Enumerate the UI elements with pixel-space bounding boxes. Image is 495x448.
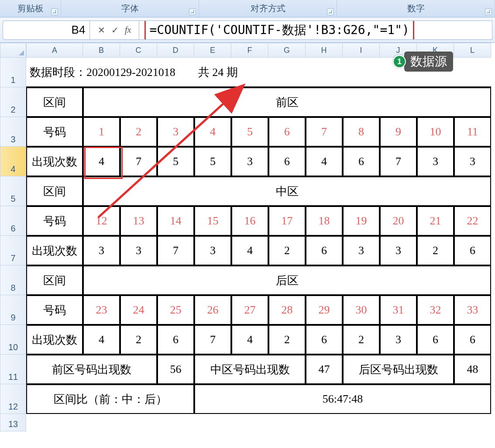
ribbon: 剪贴板 字体 对齐方式 数字 <box>0 0 495 17</box>
row-header[interactable]: 8 <box>0 265 26 295</box>
count-cell: 3 <box>454 147 491 176</box>
ribbon-group-font: 字体 <box>61 0 199 17</box>
num-cell: 30 <box>343 295 380 325</box>
num-cell: 19 <box>343 206 380 236</box>
num-cell: 31 <box>380 295 417 325</box>
worksheet[interactable]: ABCDEFGHIJKL 12345678910111213 数据时段：2020… <box>0 43 495 448</box>
section-name: 前区 <box>83 87 491 117</box>
formula-text: =COUNTIF('COUNTIF-数据'!B3:G26,"=1") <box>144 21 414 40</box>
dialog-launcher-icon[interactable] <box>327 8 334 15</box>
col-header[interactable]: G <box>268 43 306 58</box>
count-label: 出现次数 <box>26 147 83 176</box>
front-total-label: 前区号码出现数 <box>26 355 157 384</box>
count-cell: 3 <box>380 325 417 355</box>
ribbon-group-alignment: 对齐方式 <box>199 0 337 17</box>
count-cell: 3 <box>231 147 268 176</box>
count-cell: 2 <box>268 325 306 355</box>
dialog-launcher-icon[interactable] <box>51 8 58 15</box>
section-name: 中区 <box>83 176 491 206</box>
count-cell: 4 <box>231 236 268 265</box>
col-header[interactable]: A <box>26 43 83 58</box>
ribbon-group-clipboard: 剪贴板 <box>0 0 61 17</box>
col-header[interactable]: B <box>83 43 120 58</box>
fx-icon[interactable]: fx <box>125 25 131 35</box>
num-cell: 20 <box>380 206 417 236</box>
num-cell: 25 <box>157 295 194 325</box>
count-cell: 6 <box>157 325 194 355</box>
count-cell: 3 <box>120 236 157 265</box>
count-cell: 4 <box>231 325 268 355</box>
cells-grid[interactable]: 数据时段：20200129-2021018 共 24 期 区间前区 号码 123… <box>26 58 491 431</box>
count-cell: 7 <box>120 147 157 176</box>
num-cell: 13 <box>120 206 157 236</box>
row-header[interactable]: 10 <box>0 325 26 355</box>
col-header[interactable]: C <box>120 43 157 58</box>
formula-input-area[interactable]: =COUNTIF('COUNTIF-数据'!B3:G26,"=1") <box>139 21 492 40</box>
count-label: 出现次数 <box>26 236 83 265</box>
num-cell: 14 <box>157 206 194 236</box>
range-label: 区间 <box>26 87 83 117</box>
row-header[interactable]: 11 <box>0 355 26 384</box>
row-header[interactable]: 3 <box>0 117 26 147</box>
ratio-label: 区间比（前：中：后） <box>26 384 194 414</box>
num-cell: 10 <box>417 117 454 147</box>
count-cell: 4 <box>306 147 343 176</box>
accept-icon[interactable]: ✓ <box>111 25 119 35</box>
select-all-button[interactable] <box>0 43 26 58</box>
row-header[interactable]: 9 <box>0 295 26 325</box>
col-header[interactable]: I <box>343 43 380 58</box>
col-header[interactable]: F <box>231 43 268 58</box>
count-cell: 7 <box>380 147 417 176</box>
row-header[interactable]: 6 <box>0 206 26 236</box>
num-cell: 17 <box>268 206 306 236</box>
count-cell: 2 <box>417 236 454 265</box>
name-box-wrap <box>3 21 90 40</box>
count-cell: 2 <box>343 325 380 355</box>
count-cell: 3 <box>417 147 454 176</box>
formula-bar-icons: ✕ ✓ fx <box>90 21 139 40</box>
dialog-launcher-icon[interactable] <box>189 8 196 15</box>
range-label: 区间 <box>26 176 83 206</box>
front-total-value: 56 <box>157 355 194 384</box>
mid-total-label: 中区号码出现数 <box>194 355 306 384</box>
range-label: 区间 <box>26 265 83 295</box>
num-cell: 3 <box>157 117 194 147</box>
row-header[interactable]: 1 <box>0 58 26 87</box>
row-header[interactable]: 12 <box>0 384 26 414</box>
cancel-icon[interactable]: ✕ <box>98 25 105 35</box>
num-cell: 5 <box>231 117 268 147</box>
row-header[interactable]: 2 <box>0 87 26 117</box>
row-header[interactable]: 5 <box>0 176 26 206</box>
row-header[interactable]: 7 <box>0 236 26 265</box>
num-cell: 32 <box>417 295 454 325</box>
col-header[interactable]: D <box>157 43 194 58</box>
mid-total-value: 47 <box>306 355 343 384</box>
count-cell: 5 <box>194 147 231 176</box>
dialog-launcher-icon[interactable] <box>485 8 492 15</box>
col-header[interactable]: E <box>194 43 231 58</box>
annotation-badge-wrap: 1 数据源 <box>393 52 453 72</box>
section-name: 后区 <box>83 265 491 295</box>
row-header[interactable]: 4 <box>0 147 26 176</box>
count-cell: 6 <box>454 236 491 265</box>
count-cell: 7 <box>157 236 194 265</box>
number-label: 号码 <box>26 295 83 325</box>
col-header[interactable]: H <box>306 43 343 58</box>
num-cell: 23 <box>83 295 120 325</box>
num-cell: 12 <box>83 206 120 236</box>
num-cell: 16 <box>231 206 268 236</box>
row-header[interactable]: 13 <box>0 414 26 431</box>
count-cell: 4 <box>83 325 120 355</box>
number-label: 号码 <box>26 206 83 236</box>
count-cell: 6 <box>454 325 491 355</box>
col-header[interactable]: L <box>454 43 491 58</box>
ribbon-label: 数字 <box>407 3 425 14</box>
num-cell: 21 <box>417 206 454 236</box>
count-cell: 6 <box>306 325 343 355</box>
count-cell: 3 <box>83 236 120 265</box>
row-headers[interactable]: 12345678910111213 <box>0 58 26 431</box>
ribbon-label: 对齐方式 <box>251 3 285 14</box>
num-cell: 11 <box>454 117 491 147</box>
ribbon-label: 字体 <box>121 3 139 14</box>
formula-bar: ✕ ✓ fx =COUNTIF('COUNTIF-数据'!B3:G26,"=1"… <box>0 17 495 43</box>
